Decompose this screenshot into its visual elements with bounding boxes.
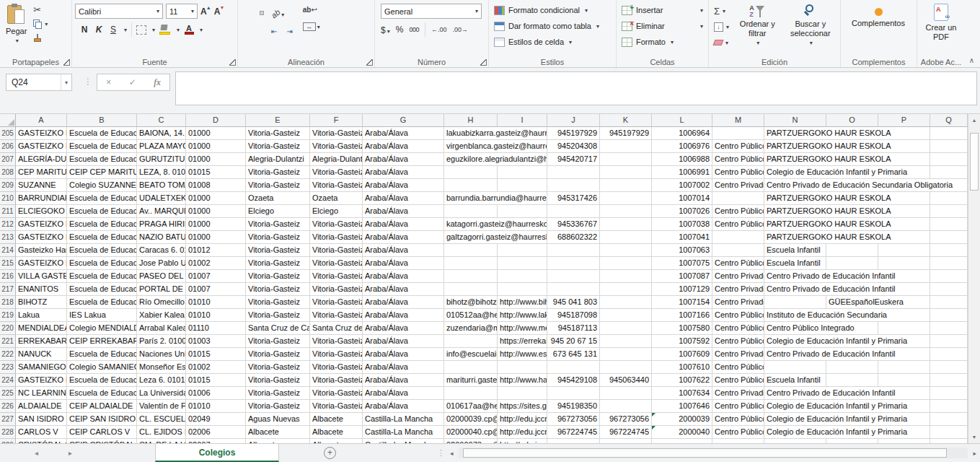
cell-H217[interactable] (444, 283, 498, 296)
cell-N222[interactable]: Centro Privado de Educación Infantil (764, 348, 930, 361)
column-header-P[interactable]: P (878, 114, 930, 127)
cell-L220[interactable]: 1007580 (652, 322, 712, 335)
row-header-217[interactable]: 217 (0, 283, 16, 296)
hscroll-left-arrow[interactable]: ◂ (448, 450, 456, 457)
cell-C212[interactable]: PRAGA HIRIBID (137, 218, 186, 231)
cell-J211[interactable] (547, 205, 600, 218)
cell-H220[interactable]: zuzendaria@m (444, 322, 498, 335)
cell-J225[interactable] (547, 387, 600, 400)
cell-J224[interactable]: 945429108 (547, 374, 600, 387)
cell-G213[interactable]: Araba/Álava (363, 231, 444, 244)
cell-D213[interactable]: 01000 (186, 231, 246, 244)
cell-B224[interactable]: Escuela de Educaci (67, 374, 137, 387)
cell-J205[interactable]: 945197929 (547, 127, 600, 140)
cell-L213[interactable]: 1007041 (652, 231, 712, 244)
cell-A213[interactable]: GASTEIZKO HA (16, 231, 67, 244)
italic-button[interactable]: K (94, 25, 104, 35)
column-header-H[interactable]: H (444, 114, 498, 127)
cell-L209[interactable]: 1007002 (652, 179, 712, 192)
cell-B209[interactable]: Colegio SUZANNE (67, 179, 137, 192)
cell-A214[interactable]: Gasteizko Haur (16, 244, 67, 257)
cell-B206[interactable]: Escuela de Educaci (67, 140, 137, 153)
cell-M221[interactable]: Centro Público (712, 335, 764, 348)
cell-C206[interactable]: PLAZA MAYOR (137, 140, 186, 153)
cell-H209[interactable] (444, 179, 498, 192)
row-header-226[interactable]: 226 (0, 400, 16, 413)
cell-B221[interactable]: CEIP ERREKABARR (67, 335, 137, 348)
cell-J215[interactable] (547, 257, 600, 270)
increase-font-button[interactable]: A▲ (200, 6, 211, 17)
cell-D210[interactable]: 01000 (186, 192, 246, 205)
cell-Q216[interactable] (930, 270, 968, 283)
cell-I218[interactable]: http://www.biho (498, 296, 547, 309)
column-header-K[interactable]: K (600, 114, 652, 127)
cell-B223[interactable]: Colegio SAMANIEGO (67, 361, 137, 374)
cell-L215[interactable]: 1007075 (652, 257, 712, 270)
cell-F215[interactable]: Vitoria-Gasteiz (310, 257, 363, 270)
cell-B212[interactable]: Escuela de Educaci (67, 218, 137, 231)
column-header-C[interactable]: C (137, 114, 186, 127)
cell-M205[interactable] (712, 127, 764, 140)
cell-C209[interactable]: BEATO TOMÁS (137, 179, 186, 192)
cell-F221[interactable]: Vitoria-Gasteiz (310, 335, 363, 348)
cell-Q227[interactable] (930, 413, 968, 426)
row-header-228[interactable]: 228 (0, 426, 16, 439)
cell-A229[interactable]: CRISTÓBAL C (16, 439, 67, 443)
cell-A227[interactable]: SAN ISIDRO LA (16, 413, 67, 426)
cell-F216[interactable]: Vitoria-Gasteiz (310, 270, 363, 283)
cell-M218[interactable]: Centro Privado (712, 296, 764, 309)
cell-E227[interactable]: Aguas Nuevas (246, 413, 310, 426)
cell-Q222[interactable] (930, 348, 968, 361)
cell-E226[interactable]: Vitoria-Gasteiz (246, 400, 310, 413)
delete-cells-button[interactable]: × Eliminar ▾ (619, 18, 705, 34)
cell-L229[interactable] (652, 439, 712, 443)
row-header-206[interactable]: 206 (0, 140, 16, 153)
cell-H225[interactable] (444, 387, 498, 400)
cell-K206[interactable] (600, 140, 652, 153)
cell-L227[interactable]: 2000039 (652, 413, 712, 426)
cell-Q211[interactable] (930, 205, 968, 218)
cell-J219[interactable]: 945187098 (547, 309, 600, 322)
cell-G215[interactable]: Araba/Álava (363, 257, 444, 270)
cell-N229[interactable] (764, 439, 826, 443)
cell-H207[interactable]: eguzkilore.alegriadulantzi@ha (444, 153, 547, 166)
find-select-button[interactable]: Buscar y seleccionar ▾ (784, 2, 837, 50)
increase-indent-button[interactable]: ⇥ (284, 25, 294, 38)
cell-G205[interactable]: Araba/Álava (363, 127, 444, 140)
wrap-text-button[interactable]: ab↩ (301, 4, 322, 16)
row-header-229[interactable]: 229 (0, 439, 16, 443)
cell-I217[interactable] (498, 283, 547, 296)
cell-M214[interactable] (712, 244, 764, 257)
cell-Q205[interactable] (930, 127, 968, 140)
cell-F228[interactable]: Albacete (310, 426, 363, 439)
cell-P220[interactable] (878, 322, 930, 335)
cell-Q226[interactable] (930, 400, 968, 413)
cell-G216[interactable]: Araba/Álava (363, 270, 444, 283)
cell-E206[interactable]: Vitoria-Gasteiz (246, 140, 310, 153)
cell-I209[interactable] (498, 179, 547, 192)
cell-G224[interactable]: Araba/Álava (363, 374, 444, 387)
cell-F214[interactable]: Vitoria-Gasteiz (310, 244, 363, 257)
cell-D225[interactable]: 01006 (186, 387, 246, 400)
row-header-222[interactable]: 222 (0, 348, 16, 361)
cell-Q229[interactable] (930, 439, 968, 443)
row-header-227[interactable]: 227 (0, 413, 16, 426)
row-header-215[interactable]: 215 (0, 257, 16, 270)
cell-A206[interactable]: GASTEIZKO HA (16, 140, 67, 153)
cell-B208[interactable]: CEIP CEP MARITURI (67, 166, 137, 179)
cell-J209[interactable] (547, 179, 600, 192)
cell-D223[interactable]: 01002 (186, 361, 246, 374)
cell-H214[interactable] (444, 244, 498, 257)
cell-P224[interactable] (878, 374, 930, 387)
cell-H215[interactable] (444, 257, 498, 270)
cell-N217[interactable]: Centro Privado de Educación Infantil (764, 283, 930, 296)
cell-F218[interactable]: Vitoria-Gasteiz (310, 296, 363, 309)
cell-G223[interactable]: Araba/Álava (363, 361, 444, 374)
fill-button[interactable]: ↓▾ (712, 19, 731, 34)
cell-C207[interactable]: GURUTZITURR (137, 153, 186, 166)
cell-M207[interactable]: Centro Público (712, 153, 764, 166)
cell-H226[interactable]: 010617aa@hea (444, 400, 498, 413)
cell-K223[interactable] (600, 361, 652, 374)
cell-A221[interactable]: ERREKABARR (16, 335, 67, 348)
cell-A222[interactable]: NANUCK (16, 348, 67, 361)
